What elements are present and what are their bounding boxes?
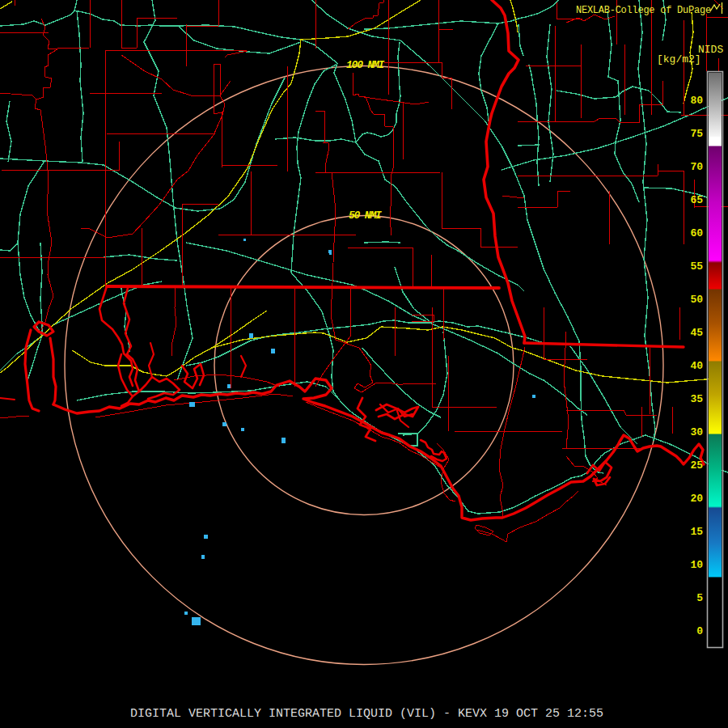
svg-text:5: 5 — [696, 592, 703, 604]
svg-text:[kg/m2]: [kg/m2] — [657, 53, 701, 66]
svg-text:DIGITAL VERTICALLY INTEGRATED: DIGITAL VERTICALLY INTEGRATED LIQUID (VI… — [130, 707, 603, 721]
svg-text:20: 20 — [690, 493, 703, 505]
svg-text:25: 25 — [690, 459, 703, 472]
svg-text:NEXLAB-College of DuPage: NEXLAB-College of DuPage — [576, 5, 711, 16]
svg-text:10: 10 — [690, 559, 703, 571]
svg-text:45: 45 — [690, 327, 703, 339]
svg-text:35: 35 — [690, 393, 703, 405]
svg-text:65: 65 — [690, 194, 703, 206]
svg-text:15: 15 — [690, 526, 703, 538]
svg-text:70: 70 — [690, 161, 703, 173]
svg-text:80: 80 — [690, 95, 703, 107]
svg-text:75: 75 — [690, 128, 703, 140]
svg-text:NIDS: NIDS — [698, 44, 723, 56]
svg-text:60: 60 — [690, 227, 703, 239]
svg-text:40: 40 — [690, 360, 703, 372]
svg-text:50 NMI: 50 NMI — [349, 210, 382, 222]
svg-text:50: 50 — [690, 294, 703, 306]
svg-text:100 NMI: 100 NMI — [346, 59, 385, 71]
svg-text:55: 55 — [690, 260, 703, 273]
svg-text:0: 0 — [696, 625, 703, 637]
svg-text:30: 30 — [690, 426, 703, 438]
